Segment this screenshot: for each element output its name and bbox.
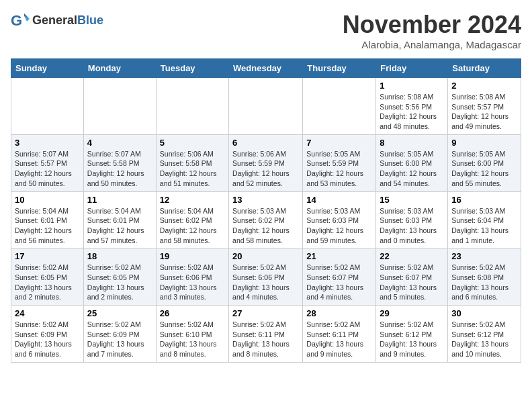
calendar-week-1: 1Sunrise: 5:08 AM Sunset: 5:56 PM Daylig… bbox=[11, 78, 521, 135]
calendar-cell bbox=[156, 78, 228, 135]
calendar-cell bbox=[83, 78, 156, 135]
day-info: Sunrise: 5:02 AM Sunset: 6:07 PM Dayligh… bbox=[306, 263, 372, 302]
day-number: 21 bbox=[306, 251, 372, 261]
weekday-header-sunday: Sunday bbox=[11, 59, 84, 78]
day-number: 2 bbox=[451, 81, 517, 91]
calendar-week-4: 17Sunrise: 5:02 AM Sunset: 6:05 PM Dayli… bbox=[11, 248, 521, 306]
calendar-cell bbox=[11, 78, 84, 135]
day-info: Sunrise: 5:05 AM Sunset: 6:00 PM Dayligh… bbox=[451, 149, 517, 189]
calendar-cell: 16Sunrise: 5:03 AM Sunset: 6:04 PM Dayli… bbox=[448, 191, 521, 248]
day-number: 29 bbox=[380, 308, 444, 318]
calendar-week-3: 10Sunrise: 5:04 AM Sunset: 6:01 PM Dayli… bbox=[11, 191, 521, 248]
day-number: 15 bbox=[380, 195, 444, 205]
day-info: Sunrise: 5:02 AM Sunset: 6:09 PM Dayligh… bbox=[15, 320, 80, 359]
day-info: Sunrise: 5:05 AM Sunset: 6:00 PM Dayligh… bbox=[380, 149, 444, 189]
day-info: Sunrise: 5:08 AM Sunset: 5:56 PM Dayligh… bbox=[380, 92, 444, 132]
day-info: Sunrise: 5:03 AM Sunset: 6:03 PM Dayligh… bbox=[306, 206, 372, 246]
calendar-cell: 15Sunrise: 5:03 AM Sunset: 6:03 PM Dayli… bbox=[376, 191, 448, 248]
calendar-cell: 7Sunrise: 5:05 AM Sunset: 5:59 PM Daylig… bbox=[303, 134, 376, 191]
calendar-cell: 18Sunrise: 5:02 AM Sunset: 6:05 PM Dayli… bbox=[83, 248, 156, 306]
day-number: 23 bbox=[451, 251, 517, 261]
day-info: Sunrise: 5:06 AM Sunset: 5:59 PM Dayligh… bbox=[232, 149, 299, 189]
day-info: Sunrise: 5:02 AM Sunset: 6:07 PM Dayligh… bbox=[380, 263, 444, 302]
calendar-cell: 11Sunrise: 5:04 AM Sunset: 6:01 PM Dayli… bbox=[83, 191, 156, 248]
weekday-header-thursday: Thursday bbox=[303, 59, 376, 78]
day-number: 11 bbox=[87, 195, 152, 205]
day-info: Sunrise: 5:02 AM Sunset: 6:11 PM Dayligh… bbox=[232, 320, 299, 359]
calendar-cell: 19Sunrise: 5:02 AM Sunset: 6:06 PM Dayli… bbox=[156, 248, 228, 306]
weekday-header-monday: Monday bbox=[83, 59, 156, 78]
day-number: 14 bbox=[306, 195, 372, 205]
day-number: 3 bbox=[15, 138, 80, 148]
day-info: Sunrise: 5:02 AM Sunset: 6:05 PM Dayligh… bbox=[87, 263, 152, 302]
calendar-cell: 25Sunrise: 5:02 AM Sunset: 6:09 PM Dayli… bbox=[83, 306, 156, 363]
day-number: 25 bbox=[87, 308, 152, 318]
calendar-cell: 30Sunrise: 5:02 AM Sunset: 6:12 PM Dayli… bbox=[448, 306, 521, 363]
calendar-header: SundayMondayTuesdayWednesdayThursdayFrid… bbox=[11, 59, 521, 78]
day-number: 19 bbox=[160, 251, 225, 261]
day-number: 7 bbox=[306, 138, 372, 148]
day-info: Sunrise: 5:07 AM Sunset: 5:58 PM Dayligh… bbox=[87, 149, 152, 189]
day-number: 24 bbox=[15, 308, 80, 318]
day-info: Sunrise: 5:04 AM Sunset: 6:01 PM Dayligh… bbox=[15, 206, 80, 246]
calendar-cell: 4Sunrise: 5:07 AM Sunset: 5:58 PM Daylig… bbox=[83, 134, 156, 191]
day-number: 17 bbox=[15, 251, 80, 261]
day-info: Sunrise: 5:04 AM Sunset: 6:02 PM Dayligh… bbox=[160, 206, 225, 246]
day-info: Sunrise: 5:08 AM Sunset: 5:57 PM Dayligh… bbox=[451, 92, 517, 132]
location-title: Alarobia, Analamanga, Madagascar bbox=[343, 39, 521, 50]
logo-icon: G bbox=[11, 11, 30, 30]
day-info: Sunrise: 5:02 AM Sunset: 6:12 PM Dayligh… bbox=[380, 320, 444, 359]
day-info: Sunrise: 5:02 AM Sunset: 6:12 PM Dayligh… bbox=[451, 320, 517, 359]
day-info: Sunrise: 5:07 AM Sunset: 5:57 PM Dayligh… bbox=[15, 149, 80, 189]
day-info: Sunrise: 5:03 AM Sunset: 6:03 PM Dayligh… bbox=[380, 206, 444, 246]
weekday-header-saturday: Saturday bbox=[448, 59, 521, 78]
day-number: 6 bbox=[232, 138, 299, 148]
logo-general: General bbox=[32, 13, 77, 27]
calendar-table: SundayMondayTuesdayWednesdayThursdayFrid… bbox=[11, 58, 521, 363]
day-info: Sunrise: 5:04 AM Sunset: 6:01 PM Dayligh… bbox=[87, 206, 152, 246]
day-info: Sunrise: 5:02 AM Sunset: 6:08 PM Dayligh… bbox=[451, 263, 517, 302]
day-number: 5 bbox=[160, 138, 225, 148]
header: G GeneralBlue November 2024 Alarobia, An… bbox=[11, 11, 521, 50]
day-info: Sunrise: 5:05 AM Sunset: 5:59 PM Dayligh… bbox=[306, 149, 372, 189]
day-number: 30 bbox=[451, 308, 517, 318]
weekday-header-friday: Friday bbox=[376, 59, 448, 78]
day-info: Sunrise: 5:02 AM Sunset: 6:10 PM Dayligh… bbox=[160, 320, 225, 359]
calendar-cell: 21Sunrise: 5:02 AM Sunset: 6:07 PM Dayli… bbox=[303, 248, 376, 306]
calendar-cell: 14Sunrise: 5:03 AM Sunset: 6:03 PM Dayli… bbox=[303, 191, 376, 248]
day-number: 18 bbox=[87, 251, 152, 261]
calendar-cell: 23Sunrise: 5:02 AM Sunset: 6:08 PM Dayli… bbox=[448, 248, 521, 306]
day-info: Sunrise: 5:06 AM Sunset: 5:58 PM Dayligh… bbox=[160, 149, 225, 189]
day-info: Sunrise: 5:02 AM Sunset: 6:06 PM Dayligh… bbox=[160, 263, 225, 302]
calendar-cell: 10Sunrise: 5:04 AM Sunset: 6:01 PM Dayli… bbox=[11, 191, 84, 248]
calendar-cell: 27Sunrise: 5:02 AM Sunset: 6:11 PM Dayli… bbox=[229, 306, 303, 363]
calendar-cell: 8Sunrise: 5:05 AM Sunset: 6:00 PM Daylig… bbox=[376, 134, 448, 191]
day-number: 20 bbox=[232, 251, 299, 261]
calendar-cell: 12Sunrise: 5:04 AM Sunset: 6:02 PM Dayli… bbox=[156, 191, 228, 248]
calendar-cell: 3Sunrise: 5:07 AM Sunset: 5:57 PM Daylig… bbox=[11, 134, 84, 191]
day-number: 10 bbox=[15, 195, 80, 205]
calendar-cell: 1Sunrise: 5:08 AM Sunset: 5:56 PM Daylig… bbox=[376, 78, 448, 135]
day-info: Sunrise: 5:02 AM Sunset: 6:11 PM Dayligh… bbox=[306, 320, 372, 359]
day-number: 8 bbox=[380, 138, 444, 148]
calendar-week-2: 3Sunrise: 5:07 AM Sunset: 5:57 PM Daylig… bbox=[11, 134, 521, 191]
day-info: Sunrise: 5:02 AM Sunset: 6:06 PM Dayligh… bbox=[232, 263, 299, 302]
day-info: Sunrise: 5:03 AM Sunset: 6:04 PM Dayligh… bbox=[451, 206, 517, 246]
day-number: 4 bbox=[87, 138, 152, 148]
calendar-cell: 6Sunrise: 5:06 AM Sunset: 5:59 PM Daylig… bbox=[229, 134, 303, 191]
day-number: 22 bbox=[380, 251, 444, 261]
day-number: 28 bbox=[306, 308, 372, 318]
weekday-header-wednesday: Wednesday bbox=[229, 59, 303, 78]
svg-text:G: G bbox=[11, 12, 22, 29]
day-info: Sunrise: 5:03 AM Sunset: 6:02 PM Dayligh… bbox=[232, 206, 299, 246]
title-section: November 2024 Alarobia, Analamanga, Mada… bbox=[343, 11, 521, 50]
day-number: 26 bbox=[160, 308, 225, 318]
calendar-cell: 28Sunrise: 5:02 AM Sunset: 6:11 PM Dayli… bbox=[303, 306, 376, 363]
calendar-cell: 13Sunrise: 5:03 AM Sunset: 6:02 PM Dayli… bbox=[229, 191, 303, 248]
weekday-row: SundayMondayTuesdayWednesdayThursdayFrid… bbox=[11, 59, 521, 78]
weekday-header-tuesday: Tuesday bbox=[156, 59, 228, 78]
calendar-cell: 9Sunrise: 5:05 AM Sunset: 6:00 PM Daylig… bbox=[448, 134, 521, 191]
calendar-body: 1Sunrise: 5:08 AM Sunset: 5:56 PM Daylig… bbox=[11, 78, 521, 363]
calendar-cell: 5Sunrise: 5:06 AM Sunset: 5:58 PM Daylig… bbox=[156, 134, 228, 191]
day-number: 27 bbox=[232, 308, 299, 318]
